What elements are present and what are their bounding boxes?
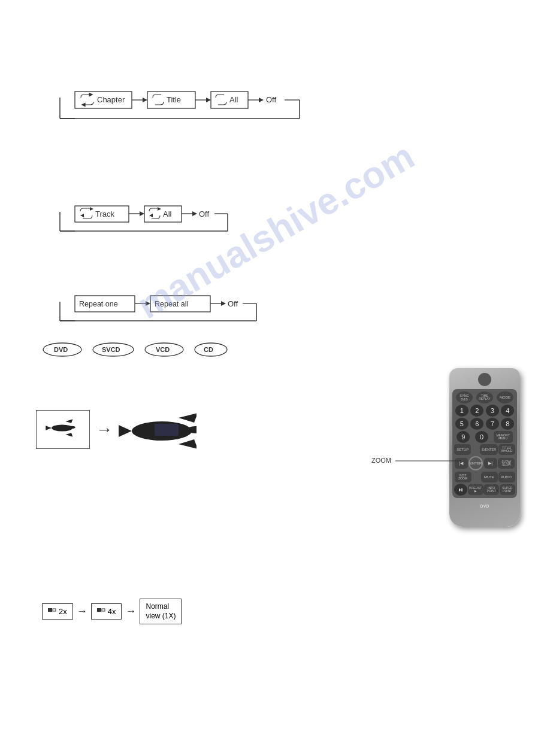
remote-btn-audio[interactable]: AUDIO [498,472,515,482]
remote-btn-time-replay[interactable]: TIMEREPLAY [476,391,493,403]
svg-point-66 [68,426,75,428]
remote-row-2: 1 2 3 4 [454,405,515,417]
zoom-icon-2x [48,608,56,615]
svg-rect-72 [155,424,179,436]
remote-btn-eenter[interactable]: E/ENTER [480,444,498,455]
svg-text:Off: Off [199,210,209,218]
svg-text:All: All [163,210,172,218]
zoom-box-2x: 2x [42,603,73,620]
svg-marker-30 [158,207,161,211]
remote-btn-enter[interactable]: ENTER [468,456,483,470]
svg-text:DVD: DVD [54,346,68,353]
svg-text:Off: Off [266,95,276,104]
remote-btn-blank [471,444,480,455]
remote-btn-memory[interactable]: MEMORYMENU [494,431,513,443]
remote-btn-5[interactable]: 5 [455,418,468,430]
svg-marker-49 [221,301,226,306]
plane-large [119,407,197,452]
remote-sensor [478,373,491,386]
remote-btn-mode[interactable]: MODE [497,391,513,403]
remote-btn-prelist[interactable]: PRELIST▶ [468,484,483,495]
plane-small-box [36,410,90,449]
zoom-label-2x: 2x [59,607,67,616]
remote-btn-blank2 [472,472,480,482]
remote-btn-9[interactable]: 9 [457,431,470,443]
remote-btn-7[interactable]: 7 [486,418,499,430]
page: manualshive.com Chapter Title [0,0,535,756]
remote-control: SYNCD&S TIMEREPLAY MODE 1 2 3 4 5 6 7 8 … [449,368,520,527]
remote-row-8: ⏯ PRELIST▶ INFOPOINT SUPERPOINT [454,484,515,496]
svg-marker-31 [149,214,153,217]
svg-marker-68 [119,425,132,437]
svg-text:VCD: VCD [156,346,170,353]
remote-btn-ch-plus[interactable]: ▶| [484,458,497,469]
svg-text:Repeat all: Repeat all [155,300,188,308]
zoom-label-normal: Normalview (1X) [146,602,176,620]
remote-btn-8[interactable]: 8 [501,418,514,430]
svg-text:Title: Title [167,95,181,104]
remote-btn-ch-minus[interactable]: |◀ [455,458,468,469]
zoom-box-4x: 4x [91,603,122,620]
svg-rect-75 [53,609,56,611]
svg-marker-63 [46,426,52,430]
zoom-box-normal: Normalview (1X) [140,599,182,624]
plane-zoom-section: → [36,407,197,452]
svg-rect-77 [102,609,105,611]
remote-btn-mute[interactable]: MUTE [481,472,498,482]
remote-btn-3[interactable]: 3 [486,405,499,417]
svg-text:All: All [229,95,238,104]
disc-labels-row: DVD SVCD VCD CD [42,341,228,360]
remote-row-7: INSTZOOM MUTE AUDIO [454,472,515,482]
zoom-icon-4x [97,608,105,615]
remote-buttons-area: SYNCD&S TIMEREPLAY MODE 1 2 3 4 5 6 7 8 … [452,389,517,498]
zoom-flow-diagram: 2x → 4x → Normalview (1X) [42,599,182,624]
remote-btn-4[interactable]: 4 [501,405,514,417]
svg-marker-28 [140,211,144,216]
svg-text:Chapter: Chapter [97,95,125,104]
remote-dvd-logo: DVD [452,500,517,509]
disc-cd: CD [194,341,228,360]
remote-row-6: |◀ ENTER ▶| SLOW/SLOW [454,456,515,470]
remote-row-1: SYNCD&S TIMEREPLAY MODE [454,391,515,403]
svg-text:CD: CD [204,346,213,353]
svg-marker-5 [143,98,147,102]
remote-btn-0[interactable]: 0 [475,431,488,443]
diagram-cd-repeat: Track All Off [54,204,282,241]
remote-btn-inst-zoom[interactable]: INSTZOOM [455,472,471,482]
svg-rect-76 [97,608,101,612]
svg-marker-25 [80,214,84,217]
svg-marker-70 [179,439,197,449]
remote-btn-playpause[interactable]: ⏯ [454,484,467,496]
remote-btn-info[interactable]: INFOPOINT [483,484,499,495]
svg-marker-24 [90,207,93,211]
remote-btn-slow[interactable]: SLOW/SLOW [498,458,515,469]
remote-btn-2[interactable]: 2 [470,405,483,417]
remote-btn-super[interactable]: SUPERPOINT [500,484,515,495]
disc-svcd: SVCD [92,341,135,360]
svg-marker-69 [179,413,197,423]
svg-text:Repeat one: Repeat one [79,300,118,308]
remote-row-3: 5 6 7 8 [454,418,515,430]
diagram-dvd-repeat: Chapter Title All Off [54,89,353,129]
disc-vcd: VCD [144,341,185,360]
diagram-vcd-repeat: Repeat one Repeat all Off [54,293,282,331]
remote-btn-title[interactable]: TITLE/WHOLE [498,444,515,455]
disc-dvd: DVD [42,341,83,360]
remote-btn-6[interactable]: 6 [470,418,483,430]
remote-btn-1[interactable]: 1 [455,405,468,417]
svg-marker-9 [206,98,211,102]
svg-marker-13 [259,98,264,102]
zoom-arrow-icon: → [96,420,113,439]
svg-text:Off: Off [228,299,238,308]
svg-marker-65 [65,433,72,437]
remote-btn-sync[interactable]: SYNCD&S [456,391,473,403]
zoom-arrow-1: → [77,605,87,618]
svg-marker-34 [192,211,197,216]
remote-row-5: SETUP E/ENTER TITLE/WHOLE [454,444,515,455]
svg-marker-64 [65,419,72,423]
remote-btn-setup[interactable]: SETUP [454,444,471,455]
zoom-label-4x: 4x [108,607,116,616]
zoom-arrow-2: → [125,605,136,618]
svg-text:Track: Track [95,210,115,218]
svg-marker-45 [146,301,150,306]
